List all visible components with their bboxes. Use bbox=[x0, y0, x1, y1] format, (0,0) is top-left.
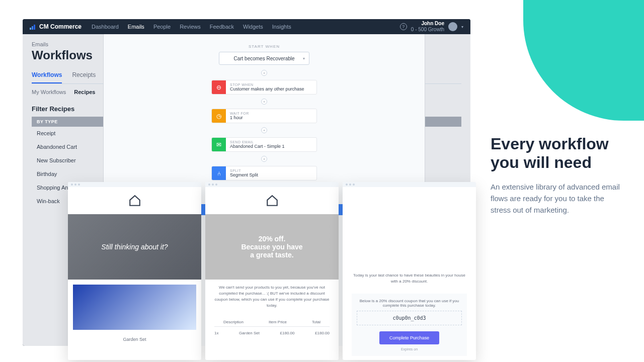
workflow-node[interactable]: ⊖STOP WHENCustomer makes any other purch… bbox=[211, 80, 317, 95]
svg-rect-0 bbox=[30, 28, 31, 30]
add-step-icon[interactable]: + bbox=[261, 99, 267, 105]
nav-insights[interactable]: Insights bbox=[272, 24, 291, 30]
tab-workflows[interactable]: Workflows bbox=[32, 71, 62, 83]
product-image bbox=[73, 285, 196, 330]
add-step-icon[interactable]: + bbox=[261, 127, 267, 133]
subtab-recipes[interactable]: Recipes bbox=[74, 89, 95, 95]
workflow-node[interactable]: ✉SEND EMAILAbandoned Cart - Simple 1 bbox=[211, 137, 317, 152]
headline: Every workflow you will need bbox=[491, 135, 624, 172]
workflow-node[interactable]: ⑃SPLITSegment Split bbox=[211, 166, 317, 180]
body-text: We can't send your products to you yet, … bbox=[205, 280, 339, 314]
email-preview-3: Today is your last chance to have these … bbox=[343, 182, 476, 360]
trigger-select[interactable]: Cart becomes Recoverable bbox=[219, 52, 309, 65]
user-plan: 0 - 500 Growth bbox=[411, 27, 444, 33]
house-icon bbox=[128, 194, 141, 207]
node-icon: ⊖ bbox=[212, 80, 226, 94]
nav-dashboard[interactable]: Dashboard bbox=[92, 24, 119, 30]
avatar[interactable] bbox=[448, 22, 457, 31]
house-icon bbox=[266, 194, 279, 207]
coupon-code: c0up0n_c0d3 bbox=[357, 311, 462, 325]
node-icon: ◷ bbox=[212, 109, 226, 123]
subtab-my-workflows[interactable]: My Workflows bbox=[32, 89, 66, 95]
product-caption: Garden Set bbox=[68, 335, 201, 347]
window-dots bbox=[68, 182, 201, 187]
hero-image bbox=[343, 187, 476, 267]
email-preview-1: Still thinking about it? Garden Set bbox=[68, 182, 201, 360]
coupon-block: Below is a 20% discount coupon that you … bbox=[352, 294, 467, 356]
svg-rect-1 bbox=[32, 26, 33, 30]
main-nav: DashboardEmailsPeopleReviewsFeedbackWidg… bbox=[92, 24, 291, 30]
order-columns: DescriptionItem PriceTotal bbox=[214, 318, 330, 327]
complete-purchase-button[interactable]: Complete Purchase bbox=[379, 331, 439, 344]
tab-receipts[interactable]: Receipts bbox=[72, 71, 96, 83]
brand[interactable]: CM Commerce bbox=[30, 23, 82, 30]
subheadline: An extensive library of advanced email f… bbox=[491, 181, 624, 216]
window-dots bbox=[343, 182, 476, 187]
order-row: 1xGarden Set£180.00£180.00 bbox=[205, 329, 339, 337]
lead-text: Today is your last chance to have these … bbox=[343, 267, 476, 290]
app-screenshot: CM Commerce DashboardEmailsPeopleReviews… bbox=[23, 19, 470, 346]
marketing-copy: Every workflow you will need An extensiv… bbox=[491, 135, 624, 216]
window-dots bbox=[205, 182, 339, 187]
nav-emails[interactable]: Emails bbox=[128, 24, 144, 30]
hero-image: Still thinking about it? bbox=[68, 214, 201, 280]
add-step-icon[interactable]: + bbox=[261, 70, 267, 76]
email-previews: Still thinking about it? Garden Set 20% … bbox=[68, 182, 476, 360]
user-area[interactable]: ? John Doe 0 - 500 Growth ▾ bbox=[400, 21, 463, 33]
svg-rect-2 bbox=[34, 25, 35, 30]
node-icon: ✉ bbox=[212, 138, 226, 151]
email-preview-2: 20% off. Because you have a great taste.… bbox=[205, 182, 339, 360]
start-label: START WHEN bbox=[124, 44, 405, 49]
hero-image: 20% off. Because you have a great taste. bbox=[205, 214, 339, 280]
help-icon[interactable]: ? bbox=[400, 23, 407, 30]
workflow-node[interactable]: ◷WAIT FOR1 hour bbox=[211, 109, 317, 123]
user-name: John Doe bbox=[411, 21, 444, 27]
node-icon: ⑃ bbox=[212, 166, 226, 180]
brand-icon bbox=[30, 24, 37, 29]
expire-label: Expires on bbox=[357, 347, 462, 351]
nav-feedback[interactable]: Feedback bbox=[210, 24, 234, 30]
brand-label: CM Commerce bbox=[39, 23, 82, 30]
add-step-icon[interactable]: + bbox=[261, 156, 267, 162]
decorative-blob bbox=[523, 0, 644, 121]
chevron-down-icon[interactable]: ▾ bbox=[461, 25, 463, 29]
house-icon bbox=[399, 217, 420, 237]
nav-widgets[interactable]: Widgets bbox=[243, 24, 263, 30]
topbar: CM Commerce DashboardEmailsPeopleReviews… bbox=[23, 19, 470, 34]
nav-people[interactable]: People bbox=[153, 24, 171, 30]
nav-reviews[interactable]: Reviews bbox=[180, 24, 201, 30]
